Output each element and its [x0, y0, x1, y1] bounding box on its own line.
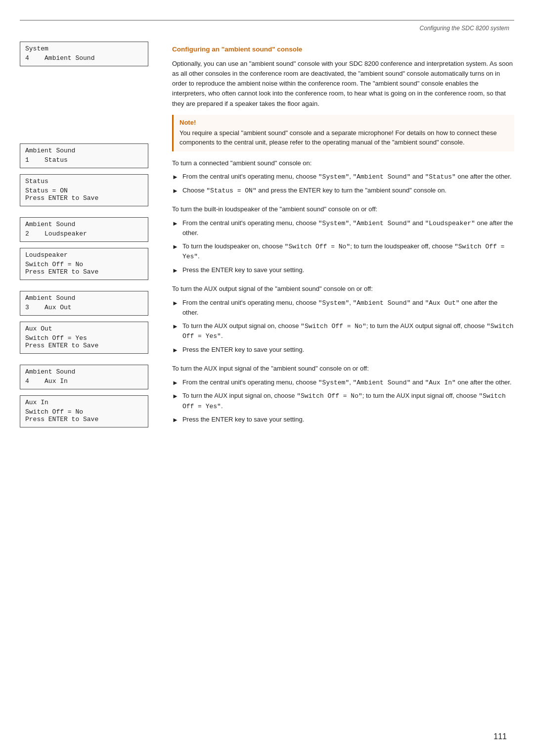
spacer-1 [20, 72, 154, 84]
aux-out-bullet-2-text: To turn the AUX output signal on, choose… [182, 321, 514, 341]
loudspeaker-bullet-3-text: Press the ENTER key to save your setting… [182, 265, 304, 275]
status-bullet-1-text: From the central unit's operating menu, … [182, 172, 512, 182]
status-bullet-list: ► From the central unit's operating menu… [172, 172, 514, 195]
loudspeaker-intro: To turn the built-in loudspeaker of the … [172, 204, 514, 214]
system-menu-title: System [25, 45, 143, 52]
loudspeaker-setting-value2: Press ENTER to Save [25, 268, 143, 276]
aux-out-bullet-list: ► From the central unit's operating menu… [172, 298, 514, 355]
aux-in-setting-value1: Switch Off = No [25, 408, 143, 416]
note-label: Note! [179, 119, 508, 126]
aux-out-menu-box: Ambient Sound 3 Aux Out [20, 291, 148, 316]
spacer-5 [20, 120, 154, 132]
status-bullet-2: ► Choose "Status = ON" and press the ENT… [172, 186, 514, 196]
system-menu-section: System 4 Ambient Sound [20, 42, 154, 66]
note-box: Note! You require a special "ambient sou… [172, 115, 514, 151]
aux-out-setting-value2: Press ENTER to Save [25, 342, 143, 349]
status-setting-value1: Status = ON [25, 187, 143, 194]
bullet-arrow-6: ► [172, 298, 178, 308]
loudspeaker-bullet-2: ► To turn the loudspeaker on, choose "Sw… [172, 241, 514, 262]
aux-in-menu-item: 4 Aux In [25, 378, 143, 385]
status-instruction-block: To turn a connected "ambient sound" cons… [172, 158, 514, 196]
loudspeaker-bullet-list: ► From the central unit's operating menu… [172, 218, 514, 276]
loudspeaker-bullet-1-text: From the central unit's operating menu, … [182, 218, 514, 238]
bullet-arrow-4: ► [172, 242, 178, 252]
aux-out-bullet-2: ► To turn the AUX output signal on, choo… [172, 321, 514, 341]
aux-out-bullet-1: ► From the central unit's operating menu… [172, 298, 514, 318]
bullet-arrow-1: ► [172, 172, 178, 182]
aux-out-setting-box: Aux Out Switch Off = Yes Press ENTER to … [20, 322, 148, 354]
breadcrumb: Configuring the SDC 8200 system [0, 21, 534, 37]
aux-out-setting-title: Aux Out [25, 325, 143, 332]
page-number: 111 [493, 732, 507, 741]
status-setting-value2: Press ENTER to Save [25, 194, 143, 202]
aux-out-bullet-1-text: From the central unit's operating menu, … [182, 298, 514, 318]
aux-in-intro: To turn the AUX input signal of the "amb… [172, 364, 514, 374]
ambient-status-menu-title: Ambient Sound [25, 147, 143, 154]
status-intro: To turn a connected "ambient sound" cons… [172, 158, 514, 168]
status-setting-title: Status [25, 178, 143, 185]
aux-in-bullet-1-text: From the central unit's operating menu, … [182, 378, 512, 388]
aux-in-bullet-1: ► From the central unit's operating menu… [172, 378, 514, 388]
bullet-arrow-2: ► [172, 186, 178, 196]
bullet-arrow-7: ► [172, 322, 178, 331]
aux-in-setting-title: Aux In [25, 399, 143, 406]
note-text: You require a special "ambient sound" co… [179, 129, 497, 146]
spacer-3 [20, 96, 154, 108]
loudspeaker-bullet-1: ► From the central unit's operating menu… [172, 218, 514, 238]
ambient-status-menu-box: Ambient Sound 1 Status [20, 143, 148, 168]
loudspeaker-menu-item: 2 Loudspeaker [25, 230, 143, 237]
aux-in-menu-section: Ambient Sound 4 Aux In Aux In Switch Off… [20, 365, 154, 427]
aux-in-bullet-2-text: To turn the AUX input signal on, choose … [182, 391, 514, 411]
bullet-arrow-3: ► [172, 219, 178, 229]
spacer-4 [20, 108, 154, 120]
loudspeaker-bullet-2-text: To turn the loudspeaker on, choose "Swit… [182, 241, 514, 262]
status-setting-box: Status Status = ON Press ENTER to Save [20, 174, 148, 206]
aux-in-bullet-3: ► Press the ENTER key to save your setti… [172, 415, 514, 425]
loudspeaker-menu-section: Ambient Sound 2 Loudspeaker Loudspeaker … [20, 217, 154, 280]
system-menu-item: 4 Ambient Sound [25, 54, 143, 62]
bullet-arrow-8: ► [172, 345, 178, 355]
system-menu-box: System 4 Ambient Sound [20, 42, 148, 66]
spacer-2 [20, 84, 154, 96]
bullet-arrow-10: ► [172, 391, 178, 401]
loudspeaker-setting-title: Loudspeaker [25, 251, 143, 259]
aux-out-instruction-block: To turn the AUX output signal of the "am… [172, 284, 514, 355]
aux-out-bullet-3: ► Press the ENTER key to save your setti… [172, 345, 514, 355]
aux-out-menu-title: Ambient Sound [25, 294, 143, 302]
aux-in-bullet-2: ► To turn the AUX input signal on, choos… [172, 391, 514, 411]
aux-out-intro: To turn the AUX output signal of the "am… [172, 284, 514, 294]
aux-in-setting-box: Aux In Switch Off = No Press ENTER to Sa… [20, 395, 148, 427]
intro-paragraph: Optionally, you can use an "ambient soun… [172, 59, 514, 109]
loudspeaker-menu-title: Ambient Sound [25, 221, 143, 228]
aux-in-menu-box: Ambient Sound 4 Aux In [20, 365, 148, 389]
aux-out-bullet-3-text: Press the ENTER key to save your setting… [182, 345, 304, 355]
loudspeaker-setting-value1: Switch Off = No [25, 261, 143, 268]
status-bullet-1: ► From the central unit's operating menu… [172, 172, 514, 182]
aux-out-menu-item: 3 Aux Out [25, 304, 143, 311]
loudspeaker-menu-box: Ambient Sound 2 Loudspeaker [20, 217, 148, 242]
page: Configuring the SDC 8200 system System 4… [0, 0, 534, 756]
aux-in-bullet-list: ► From the central unit's operating menu… [172, 378, 514, 425]
loudspeaker-instruction-block: To turn the built-in loudspeaker of the … [172, 204, 514, 275]
content-area: System 4 Ambient Sound Ambient Sound 1 S… [0, 37, 534, 438]
aux-in-instruction-block: To turn the AUX input signal of the "amb… [172, 364, 514, 425]
ambient-status-menu-item: 1 Status [25, 156, 143, 164]
bullet-arrow-11: ► [172, 415, 178, 425]
aux-out-menu-section: Ambient Sound 3 Aux Out Aux Out Switch O… [20, 291, 154, 354]
spacer-6 [20, 132, 154, 143]
aux-in-setting-value2: Press ENTER to Save [25, 416, 143, 423]
bullet-arrow-5: ► [172, 266, 178, 276]
aux-in-bullet-3-text: Press the ENTER key to save your setting… [182, 415, 304, 425]
bullet-arrow-9: ► [172, 378, 178, 388]
right-column: Configuring an "ambient sound" console O… [163, 37, 514, 438]
status-bullet-2-text: Choose "Status = ON" and press the ENTER… [182, 186, 446, 196]
left-column: System 4 Ambient Sound Ambient Sound 1 S… [20, 37, 163, 438]
ambient-status-menu-section: Ambient Sound 1 Status Status Status = O… [20, 143, 154, 206]
aux-out-setting-value1: Switch Off = Yes [25, 334, 143, 342]
loudspeaker-setting-box: Loudspeaker Switch Off = No Press ENTER … [20, 248, 148, 280]
section-heading: Configuring an "ambient sound" console [172, 46, 514, 53]
aux-in-menu-title: Ambient Sound [25, 368, 143, 376]
loudspeaker-bullet-3: ► Press the ENTER key to save your setti… [172, 265, 514, 276]
